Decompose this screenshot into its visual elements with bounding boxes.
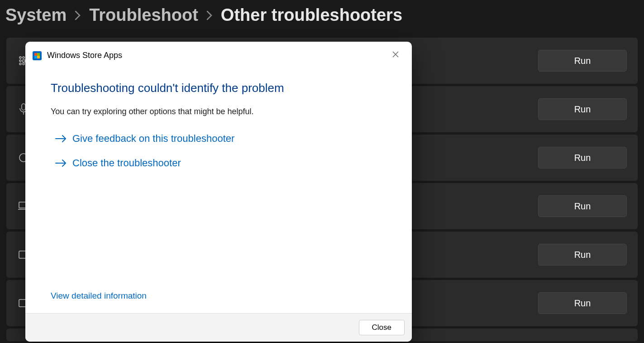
svg-point-4 — [19, 63, 21, 65]
svg-rect-3 — [23, 60, 25, 62]
close-button[interactable]: Close — [359, 320, 405, 335]
link-label: Close the troubleshooter — [72, 157, 181, 169]
breadcrumb-troubleshoot[interactable]: Troubleshoot — [89, 5, 198, 25]
breadcrumb-current: Other troubleshooters — [221, 5, 402, 25]
dialog-footer: Close — [25, 313, 412, 342]
close-troubleshooter-link[interactable]: Close the troubleshooter — [55, 157, 386, 169]
run-button[interactable]: Run — [538, 292, 627, 314]
link-label: Give feedback on this troubleshooter — [72, 133, 234, 145]
svg-point-0 — [19, 57, 21, 58]
run-button[interactable]: Run — [538, 50, 627, 72]
svg-rect-6 — [22, 104, 25, 110]
dialog-app-title: Windows Store Apps — [47, 51, 122, 60]
run-button[interactable]: Run — [538, 98, 627, 120]
chevron-right-icon — [75, 10, 81, 20]
dialog-body: Troubleshooting couldn't identify the pr… — [25, 64, 412, 313]
close-icon[interactable] — [390, 49, 401, 60]
dialog-heading: Troubleshooting couldn't identify the pr… — [51, 81, 386, 95]
troubleshooter-dialog: Windows Store Apps Troubleshooting could… — [25, 42, 412, 342]
dialog-subtext: You can try exploring other options that… — [51, 107, 386, 116]
windows-store-icon — [33, 51, 42, 60]
svg-point-1 — [23, 57, 24, 58]
run-button[interactable]: Run — [538, 147, 627, 169]
chevron-right-icon — [206, 10, 213, 20]
arrow-right-icon — [55, 135, 67, 143]
give-feedback-link[interactable]: Give feedback on this troubleshooter — [55, 133, 386, 145]
run-button[interactable]: Run — [538, 195, 627, 217]
dialog-header: Windows Store Apps — [25, 42, 412, 64]
breadcrumb-system[interactable]: System — [5, 5, 67, 25]
svg-point-5 — [23, 63, 24, 65]
run-button[interactable]: Run — [538, 244, 627, 266]
breadcrumb: System Troubleshoot Other troubleshooter… — [0, 0, 644, 38]
arrow-right-icon — [55, 159, 67, 167]
svg-point-2 — [19, 60, 21, 62]
view-detailed-info-link[interactable]: View detailed information — [51, 291, 147, 301]
